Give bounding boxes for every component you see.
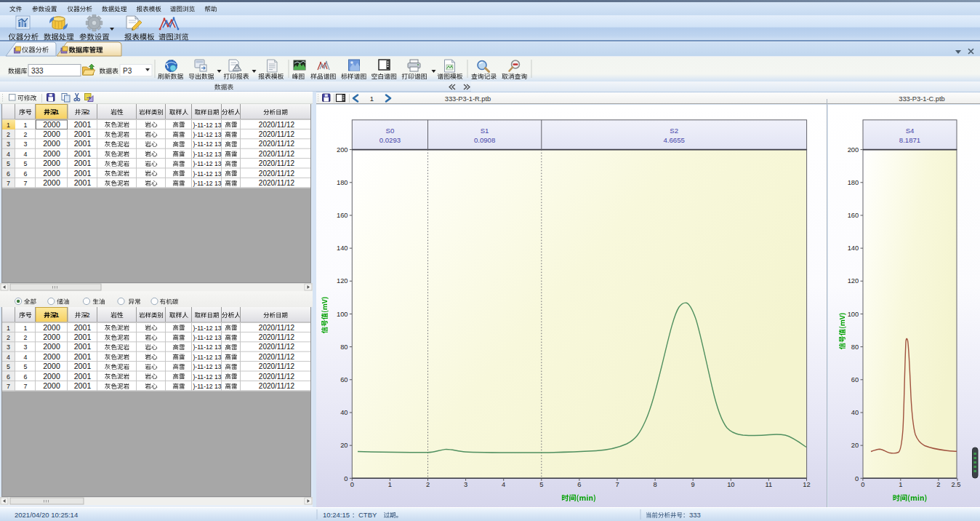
- svg-text:80: 80: [340, 343, 348, 351]
- svg-text:2000: 2000: [43, 178, 60, 187]
- svg-text:3: 3: [7, 140, 10, 148]
- svg-text:2001: 2001: [74, 169, 92, 178]
- svg-text:2.5: 2.5: [952, 481, 961, 488]
- svg-text:)-11-12 13: )-11-12 13: [193, 170, 222, 178]
- svg-text:2001: 2001: [74, 352, 92, 361]
- svg-text:2: 2: [7, 131, 10, 138]
- svg-text:4: 4: [24, 151, 28, 158]
- svg-text:1: 1: [55, 108, 59, 116]
- svg-text:0: 0: [344, 475, 348, 482]
- svg-text:333-P3-1-R.ptb: 333-P3-1-R.ptb: [445, 95, 491, 103]
- svg-text:0.0908: 0.0908: [474, 136, 495, 144]
- svg-text:2020/11/12: 2020/11/12: [259, 170, 295, 178]
- svg-text:100: 100: [848, 311, 859, 318]
- svg-text:)-11-12 13: )-11-12 13: [193, 334, 222, 341]
- svg-text:1: 1: [55, 311, 59, 319]
- svg-text:7: 7: [24, 180, 28, 187]
- svg-text:2000: 2000: [43, 372, 60, 381]
- svg-text:5: 5: [539, 481, 543, 488]
- svg-text:40: 40: [340, 409, 348, 416]
- svg-text:60: 60: [340, 376, 348, 383]
- svg-text:140: 140: [337, 244, 348, 252]
- svg-text:S4: S4: [906, 127, 915, 135]
- svg-text:3: 3: [464, 481, 467, 488]
- svg-text:2: 2: [87, 311, 90, 319]
- svg-text:)-11-12 13: )-11-12 13: [193, 160, 222, 167]
- svg-text:2000: 2000: [43, 139, 60, 148]
- svg-text:2020/11/12: 2020/11/12: [259, 353, 295, 361]
- svg-text:4: 4: [7, 354, 10, 361]
- svg-text:8: 8: [654, 481, 657, 488]
- svg-text:2: 2: [24, 334, 28, 341]
- svg-text:2020/11/12: 2020/11/12: [259, 373, 295, 381]
- svg-text:120: 120: [848, 277, 859, 285]
- svg-text:)-11-12 13: )-11-12 13: [193, 354, 222, 361]
- svg-text:2001: 2001: [74, 139, 92, 148]
- svg-text:3: 3: [24, 343, 28, 351]
- svg-text:2020/11/12: 2020/11/12: [259, 140, 295, 148]
- svg-text:2020/11/12: 2020/11/12: [259, 362, 295, 370]
- svg-text:200: 200: [337, 146, 348, 154]
- svg-text:S1: S1: [481, 127, 489, 135]
- svg-text:0: 0: [855, 475, 859, 482]
- svg-text:160: 160: [337, 212, 348, 219]
- svg-text:S2: S2: [670, 127, 678, 135]
- svg-text:160: 160: [848, 212, 859, 219]
- svg-text:20: 20: [340, 442, 348, 449]
- svg-text:6: 6: [24, 170, 28, 178]
- svg-text:2020/11/12: 2020/11/12: [259, 179, 295, 187]
- svg-text:)-11-12 13: )-11-12 13: [193, 180, 222, 187]
- svg-text:2020/11/12: 2020/11/12: [259, 333, 295, 341]
- svg-text:2000: 2000: [43, 342, 60, 351]
- svg-text:)-11-12 13: )-11-12 13: [193, 151, 222, 158]
- svg-text:2001: 2001: [74, 372, 92, 381]
- svg-text:2001: 2001: [74, 130, 92, 138]
- svg-text:4: 4: [7, 151, 10, 158]
- svg-text:2000: 2000: [43, 362, 60, 370]
- svg-text:2021/04/20 10:25:14: 2021/04/20 10:25:14: [15, 511, 78, 519]
- svg-text:2001: 2001: [74, 362, 92, 370]
- svg-text:0: 0: [350, 481, 354, 488]
- svg-text:1: 1: [7, 325, 10, 332]
- svg-text:6: 6: [7, 170, 10, 178]
- svg-text:2020/11/12: 2020/11/12: [259, 343, 295, 351]
- svg-text:1: 1: [24, 122, 28, 129]
- svg-text:2001: 2001: [74, 159, 92, 167]
- svg-text:1: 1: [899, 481, 902, 488]
- svg-text:2001: 2001: [74, 120, 92, 129]
- svg-text:5: 5: [24, 160, 28, 167]
- svg-text:2000: 2000: [43, 323, 60, 332]
- svg-text:)-11-12 13: )-11-12 13: [193, 131, 222, 138]
- svg-text:)-11-12 13: )-11-12 13: [193, 343, 222, 351]
- svg-text:1: 1: [7, 122, 10, 129]
- svg-text:1: 1: [388, 481, 392, 488]
- svg-text:2020/11/12: 2020/11/12: [259, 130, 295, 138]
- svg-text:2001: 2001: [74, 381, 92, 390]
- svg-text:7: 7: [615, 481, 619, 488]
- svg-text:40: 40: [851, 409, 859, 416]
- svg-text:2000: 2000: [43, 149, 60, 158]
- svg-text:7: 7: [7, 180, 10, 187]
- svg-text:0.0293: 0.0293: [379, 136, 401, 144]
- svg-text:4.6655: 4.6655: [664, 136, 685, 144]
- svg-text:)-11-12 13: )-11-12 13: [193, 140, 222, 148]
- svg-text:100: 100: [337, 311, 348, 318]
- svg-text:2001: 2001: [74, 342, 92, 351]
- svg-text:7: 7: [24, 383, 28, 390]
- svg-text:2: 2: [87, 108, 90, 116]
- svg-text:3: 3: [7, 343, 10, 351]
- svg-text:2001: 2001: [74, 178, 92, 187]
- svg-text:)-11-12 13: )-11-12 13: [193, 363, 222, 370]
- svg-text:1: 1: [24, 325, 28, 332]
- svg-text:)-11-12 13: )-11-12 13: [193, 383, 222, 390]
- svg-text:12: 12: [803, 481, 810, 488]
- svg-text:10:24:15: 10:24:15: [323, 511, 350, 519]
- svg-text:2000: 2000: [43, 159, 60, 167]
- svg-text:CTBY: CTBY: [358, 511, 377, 519]
- svg-text:0: 0: [861, 481, 864, 488]
- svg-text:6: 6: [7, 373, 10, 381]
- svg-text:5: 5: [7, 363, 10, 370]
- svg-text:2020/11/12: 2020/11/12: [259, 382, 295, 390]
- svg-text:1: 1: [370, 95, 374, 103]
- svg-text:2: 2: [426, 481, 430, 488]
